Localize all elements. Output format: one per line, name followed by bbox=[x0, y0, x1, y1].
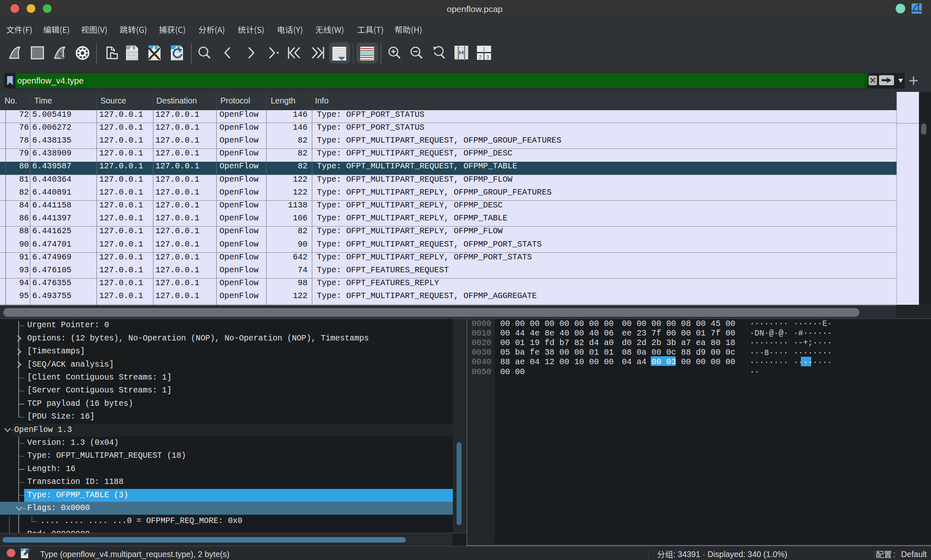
svg-text:1: 1 bbox=[483, 47, 485, 52]
svg-text:3: 3 bbox=[486, 54, 489, 59]
svg-text:01110: 01110 bbox=[127, 57, 137, 61]
svg-text:2: 2 bbox=[479, 54, 482, 59]
